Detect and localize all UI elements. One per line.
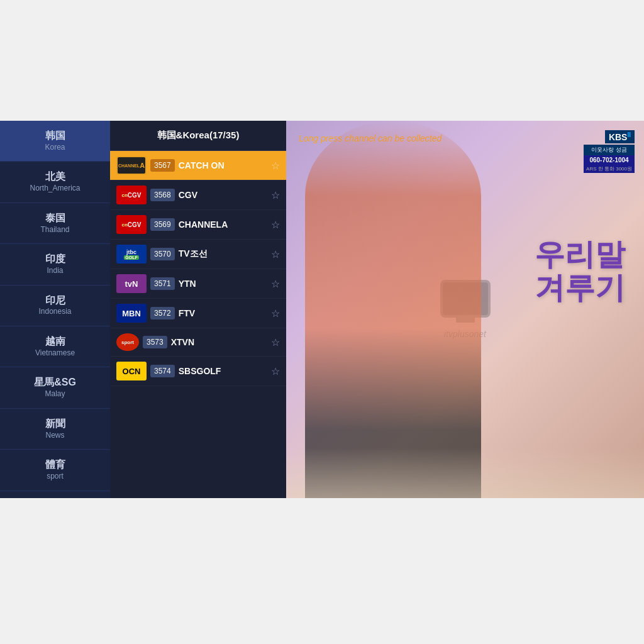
sidebar-item-india[interactable]: 印度 India bbox=[0, 244, 110, 285]
korean-title-line1: 우리말 bbox=[535, 238, 625, 272]
kbs-logo: KBSII 이웃사랑 성금 060-702-1004 ARS 한 통화 3000… bbox=[584, 130, 635, 173]
channel-logo-tv-joseon: jtbcGOLF bbox=[116, 245, 147, 264]
sidebar-item-news[interactable]: 新聞 News bbox=[0, 409, 110, 450]
channel-logo-channela: cnCGV bbox=[116, 215, 147, 234]
channel-item-channela[interactable]: cnCGV 3569 CHANNELA ☆ bbox=[110, 210, 286, 240]
kbs-badge: KBSII bbox=[605, 130, 635, 143]
kbs-info: 이웃사랑 성금 bbox=[584, 145, 635, 155]
sidebar: 韩国 Korea 北美 North_America 泰国 Thailand 印度… bbox=[0, 121, 110, 498]
channel-panel-header: 韩国&Korea(17/35) bbox=[110, 121, 286, 151]
favorite-star-6[interactable]: ☆ bbox=[271, 308, 280, 319]
channel-name-xtvn: XTVN bbox=[171, 337, 269, 347]
channel-logo-cgv: cnCGV bbox=[116, 186, 147, 204]
channel-name-cgv: CGV bbox=[179, 190, 269, 200]
kbs-sub: ARS 한 통화 3000원 bbox=[584, 165, 635, 173]
channel-logo-xtvn: sport bbox=[116, 333, 139, 351]
favorite-star-5[interactable]: ☆ bbox=[271, 278, 280, 290]
channel-logo-ytn: tvN bbox=[116, 274, 147, 293]
favorite-star-1[interactable]: ☆ bbox=[271, 160, 280, 172]
person-silhouette bbox=[305, 121, 481, 498]
channel-num-3573: 3573 bbox=[143, 336, 167, 348]
sidebar-item-sport[interactable]: 體育 sport bbox=[0, 450, 110, 491]
channel-name-tv-joseon: TV조선 bbox=[179, 248, 269, 260]
channel-panel: 韩国&Korea(17/35) CHANNEL A 3567 CATCH ON … bbox=[110, 121, 286, 498]
channel-num-3567: 3567 bbox=[150, 159, 175, 172]
channel-name-catch-on: CATCH ON bbox=[179, 160, 269, 170]
channel-num-3574: 3574 bbox=[150, 365, 175, 377]
sidebar-item-thailand[interactable]: 泰国 Thailand bbox=[0, 203, 110, 244]
channel-name-sbsgolf: SBSGOLF bbox=[179, 366, 269, 376]
sidebar-item-north-america[interactable]: 北美 North_America bbox=[0, 162, 110, 203]
channel-item-ytn[interactable]: tvN 3571 YTN ☆ bbox=[110, 269, 286, 299]
sidebar-item-korea[interactable]: 韩国 Korea bbox=[0, 121, 110, 162]
channel-num-3572: 3572 bbox=[150, 307, 175, 319]
korean-title-area: 우리말 겨루기 bbox=[535, 238, 625, 305]
sidebar-item-vietnamese[interactable]: 越南 Vietnamese bbox=[0, 326, 110, 367]
channel-name-ftv: FTV bbox=[179, 308, 269, 318]
favorite-star-4[interactable]: ☆ bbox=[271, 248, 280, 260]
channel-name-ytn: YTN bbox=[179, 279, 269, 289]
channel-item-xtvn[interactable]: sport 3573 XTVN ☆ bbox=[110, 328, 286, 357]
sidebar-item-indonesia[interactable]: 印尼 Indonesia bbox=[0, 286, 110, 326]
video-area: Long press channel can be collected KBSI… bbox=[286, 121, 644, 498]
channel-num-3570: 3570 bbox=[150, 248, 175, 260]
favorite-star-7[interactable]: ☆ bbox=[271, 336, 280, 348]
favorite-star-8[interactable]: ☆ bbox=[271, 365, 280, 377]
channel-item-tv-joseon[interactable]: jtbcGOLF 3570 TV조선 ☆ bbox=[110, 240, 286, 269]
channel-name-channela: CHANNELA bbox=[179, 219, 269, 230]
channel-item-cgv[interactable]: cnCGV 3568 CGV ☆ bbox=[110, 180, 286, 210]
sidebar-item-malay[interactable]: 星馬&SG Malay bbox=[0, 367, 110, 408]
favorite-star-2[interactable]: ☆ bbox=[271, 189, 280, 201]
channel-logo-ftv: MBN bbox=[116, 304, 147, 323]
channel-logo-catch-on: CHANNEL A bbox=[116, 156, 147, 175]
channel-item-sbsgolf[interactable]: OCN 3574 SBSGOLF ☆ bbox=[110, 357, 286, 386]
channel-num-3571: 3571 bbox=[150, 277, 175, 290]
channel-num-3568: 3568 bbox=[150, 189, 175, 201]
channel-list: CHANNEL A 3567 CATCH ON ☆ cnCGV 3568 CGV… bbox=[110, 151, 286, 498]
korean-title-line2: 겨루기 bbox=[535, 272, 625, 305]
app-container: 韩国 Korea 北美 North_America 泰国 Thailand 印度… bbox=[0, 121, 644, 498]
studio-floor bbox=[286, 448, 644, 498]
channel-item-ftv[interactable]: MBN 3572 FTV ☆ bbox=[110, 299, 286, 328]
favorite-star-3[interactable]: ☆ bbox=[271, 219, 280, 231]
channel-logo-sbsgolf: OCN bbox=[116, 362, 147, 380]
channel-item-catch-on[interactable]: CHANNEL A 3567 CATCH ON ☆ bbox=[110, 151, 286, 180]
channel-num-3569: 3569 bbox=[150, 218, 175, 231]
kbs-phone: 060-702-1004 bbox=[584, 155, 635, 165]
person-area bbox=[305, 121, 481, 498]
